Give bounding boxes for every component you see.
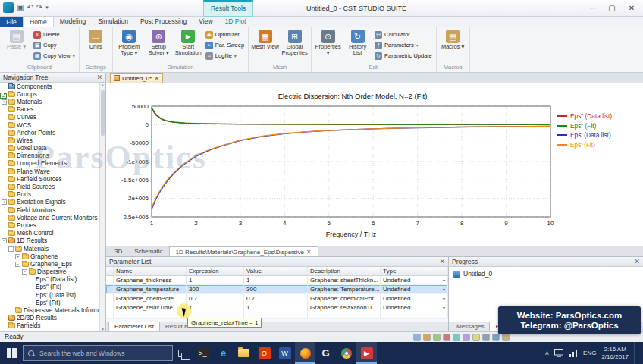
calculator-button[interactable]: ⊟Calculator bbox=[373, 30, 434, 39]
tree-item-graphene-eps[interactable]: −Graphene_Eps bbox=[0, 260, 99, 268]
setup-solver-button[interactable]: ⊛Setup Solver ▾ bbox=[145, 29, 173, 56]
panel-tab-parameter-list[interactable]: Parameter List bbox=[108, 322, 160, 331]
view-tab-schematic[interactable]: Schematic bbox=[128, 246, 168, 256]
taskbar-google-button[interactable]: G bbox=[315, 342, 336, 364]
minimize-button[interactable]: ─ bbox=[582, 1, 602, 15]
tree-item-field-monitors[interactable]: Field Monitors bbox=[0, 206, 99, 214]
tree-item-materials[interactable]: −Materials bbox=[0, 245, 99, 253]
tree-item-dispersive[interactable]: −Dispersive bbox=[0, 268, 99, 276]
status-icon-1[interactable] bbox=[413, 334, 421, 341]
tree-item-dimensions[interactable]: Dimensions bbox=[0, 152, 99, 160]
ribbon-tab-simulation[interactable]: Simulation bbox=[92, 17, 134, 27]
scrollbar-thumb[interactable] bbox=[101, 90, 105, 136]
close-tab-icon[interactable]: ✕ bbox=[306, 247, 312, 256]
column-header-description[interactable]: Description bbox=[308, 267, 381, 275]
close-button[interactable]: ✕ bbox=[622, 1, 641, 15]
tree-item-components[interactable]: Components bbox=[0, 83, 99, 90]
type-dropdown-icon[interactable]: ▾ bbox=[441, 303, 445, 312]
taskbar-file-explorer-button[interactable] bbox=[234, 342, 254, 364]
status-icon-10[interactable] bbox=[502, 334, 510, 341]
copy-view-button[interactable]: ▦Copy View▾ bbox=[32, 51, 77, 61]
parameters-button[interactable]: ƒParameters▾ bbox=[373, 40, 434, 50]
status-icon-2[interactable] bbox=[423, 334, 431, 341]
tree-item-anchor-points[interactable]: Anchor Points bbox=[0, 129, 99, 136]
tree-item-ports[interactable]: Ports bbox=[0, 191, 99, 199]
status-icon-6[interactable] bbox=[463, 334, 470, 341]
expand-icon[interactable]: + bbox=[2, 199, 7, 205]
properties-button[interactable]: ⊙Properties ▾ bbox=[314, 29, 342, 56]
ribbon-tab-home[interactable]: Home bbox=[23, 17, 54, 27]
mesh-view-button[interactable]: ▦Mesh View bbox=[251, 29, 279, 50]
tree-item-field-sources[interactable]: Field Sources bbox=[0, 183, 99, 190]
tree-item-dispersive-materials-informatic[interactable]: Dispersive Materials Informatic bbox=[0, 306, 99, 314]
tree-scrollbar[interactable]: ▲ ▼ bbox=[99, 83, 105, 331]
column-header-value[interactable]: Value bbox=[244, 267, 308, 275]
tree-item-eps-data-list[interactable]: Eps' (Data list) bbox=[0, 291, 99, 299]
copy-button[interactable]: ▣Copy bbox=[32, 40, 77, 50]
close-panel-icon[interactable]: ✕ bbox=[96, 73, 102, 82]
save-icon[interactable]: ▣ bbox=[17, 2, 24, 13]
parameter-row-graphene-temperature[interactable]: Graphene_temperature300300Graphene: Temp… bbox=[106, 285, 448, 294]
tree-item-farfield-sources[interactable]: Farfield Sources bbox=[0, 175, 99, 183]
maximize-button[interactable]: ▢ bbox=[602, 1, 622, 15]
column-header-type[interactable]: Type bbox=[381, 267, 448, 275]
search-input[interactable] bbox=[38, 349, 159, 358]
ribbon-tab-view[interactable]: View bbox=[193, 17, 218, 27]
macros-button[interactable]: ▤Macros ▾ bbox=[439, 29, 467, 50]
collapse-icon[interactable]: − bbox=[15, 262, 20, 267]
status-icon-4[interactable] bbox=[443, 334, 450, 341]
collapse-icon[interactable]: − bbox=[2, 238, 7, 243]
tree-item-eps-data-list[interactable]: Eps" (Data list) bbox=[0, 276, 99, 284]
taskbar-clock[interactable]: 2:16 AM 2/16/2017 bbox=[601, 346, 629, 361]
undo-icon[interactable]: ↶ bbox=[27, 2, 33, 13]
tree-item-wcs[interactable]: WCS bbox=[0, 121, 99, 129]
view-tab-1d-results-materials-graphene-eps-disper[interactable]: 1D Results\Materials\Graphene_Eps\Disper… bbox=[169, 246, 318, 256]
tree-item-voltage-and-current-monitors[interactable]: Voltage and Current Monitors bbox=[0, 214, 99, 221]
status-icon-5[interactable] bbox=[453, 334, 460, 341]
tree-item-wires[interactable]: Wires bbox=[0, 136, 99, 144]
history-list-button[interactable]: ↻History List bbox=[343, 29, 372, 56]
ribbon-tab-post-processing[interactable]: Post Processing bbox=[134, 17, 193, 27]
taskbar-firefox-button[interactable] bbox=[295, 342, 315, 364]
tree-item-farfields[interactable]: Farfields bbox=[0, 322, 99, 330]
tree-item-curves[interactable]: Curves bbox=[0, 114, 99, 121]
delete-button[interactable]: ×Delete bbox=[32, 30, 77, 39]
taskbar-cmd-button[interactable]: >_ bbox=[193, 342, 213, 364]
start-button[interactable] bbox=[0, 342, 23, 364]
tree-item-2d-3d-results[interactable]: 2D/3D Results bbox=[0, 315, 99, 322]
column-header-expression[interactable]: Expression bbox=[187, 267, 244, 275]
logfile-button[interactable]: ≡Logfile▾ bbox=[204, 51, 246, 61]
status-icon-8[interactable] bbox=[482, 334, 490, 341]
type-dropdown-icon[interactable]: ▾ bbox=[441, 276, 445, 284]
paste-button[interactable]: ▤Paste ▾ bbox=[2, 29, 30, 50]
collapse-icon[interactable]: − bbox=[8, 246, 14, 252]
tree-item-excitation-signals[interactable]: +Excitation Signals bbox=[0, 199, 99, 206]
file-tab[interactable]: File bbox=[0, 17, 23, 27]
tree-item-lumped-elements[interactable]: Lumped Elements bbox=[0, 160, 99, 168]
tree-item-eps-fit[interactable]: Eps" (Fit) bbox=[0, 284, 99, 291]
close-panel-icon[interactable]: ✕ bbox=[439, 257, 445, 266]
close-panel-icon[interactable]: ✕ bbox=[634, 257, 640, 266]
optimizer-button[interactable]: ◆Optimizer bbox=[204, 30, 246, 39]
status-icon-3[interactable] bbox=[433, 334, 441, 341]
panel-tab-messages[interactable]: Messages bbox=[451, 322, 489, 331]
status-icon-7[interactable] bbox=[472, 334, 480, 341]
collapse-icon[interactable]: − bbox=[22, 269, 27, 275]
taskbar-youtube-button[interactable]: ▶ bbox=[356, 342, 377, 364]
taskbar-office-button[interactable]: O bbox=[254, 342, 274, 364]
par-sweep-button[interactable]: ≈Par. Sweep bbox=[204, 40, 246, 50]
network-icon[interactable] bbox=[569, 350, 578, 357]
type-dropdown-icon[interactable]: ▾ bbox=[441, 285, 445, 293]
ribbon-tab-modeling[interactable]: Modeling bbox=[54, 17, 93, 27]
tree-item-faces[interactable]: Faces bbox=[0, 106, 99, 114]
parameter-row-graphene-relaxtime[interactable]: Graphene_relaxTime11Graphene: relaxation… bbox=[106, 303, 448, 312]
global-properties-button[interactable]: ⊞Global Properties bbox=[281, 29, 309, 56]
tree-item-voxel-data[interactable]: Voxel Data bbox=[0, 145, 99, 152]
document-tab-untitled[interactable]: Untitled_0* ✕ bbox=[110, 73, 163, 83]
qat-more-icon[interactable]: ▾ bbox=[45, 2, 49, 13]
parameter-row-graphene-thickness[interactable]: Graphene_thickness11Graphene: sheetThick… bbox=[106, 276, 448, 285]
display-icon[interactable] bbox=[554, 349, 563, 357]
problem-type-button[interactable]: ◉Problem Type ▾ bbox=[115, 29, 143, 56]
tree-item-graphene[interactable]: +Graphene bbox=[0, 253, 99, 260]
taskbar-chrome-button[interactable] bbox=[336, 342, 356, 364]
